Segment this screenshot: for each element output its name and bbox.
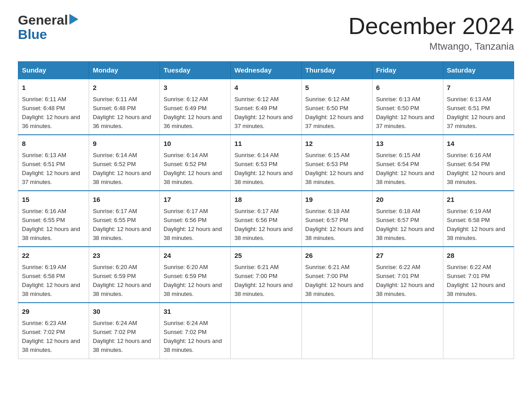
weekday-header-row: SundayMondayTuesdayWednesdayThursdayFrid… bbox=[18, 62, 514, 79]
day-info: Sunrise: 6:24 AMSunset: 7:02 PMDaylight:… bbox=[93, 320, 151, 353]
calendar-table: SundayMondayTuesdayWednesdayThursdayFrid… bbox=[18, 61, 514, 359]
weekday-header-tuesday: Tuesday bbox=[160, 62, 231, 79]
day-number: 19 bbox=[305, 195, 369, 205]
calendar-cell: 14 Sunrise: 6:16 AMSunset: 6:54 PMDaylig… bbox=[443, 135, 514, 191]
calendar-cell: 18 Sunrise: 6:17 AMSunset: 6:56 PMDaylig… bbox=[231, 191, 301, 247]
calendar-cell: 9 Sunrise: 6:14 AMSunset: 6:52 PMDayligh… bbox=[89, 135, 160, 191]
page-title: December 2024 bbox=[348, 13, 514, 39]
day-number: 10 bbox=[163, 139, 227, 149]
day-info: Sunrise: 6:20 AMSunset: 6:59 PMDaylight:… bbox=[93, 264, 151, 297]
day-number: 5 bbox=[305, 83, 369, 93]
calendar-week-1: 1 Sunrise: 6:11 AMSunset: 6:48 PMDayligh… bbox=[18, 79, 514, 135]
weekday-header-monday: Monday bbox=[89, 62, 160, 79]
calendar-cell: 31 Sunrise: 6:24 AMSunset: 7:02 PMDaylig… bbox=[160, 303, 231, 359]
calendar-cell: 25 Sunrise: 6:21 AMSunset: 7:00 PMDaylig… bbox=[231, 247, 301, 303]
calendar-week-3: 15 Sunrise: 6:16 AMSunset: 6:55 PMDaylig… bbox=[18, 191, 514, 247]
calendar-cell: 27 Sunrise: 6:22 AMSunset: 7:01 PMDaylig… bbox=[372, 247, 443, 303]
subtitle: Mtwango, Tanzania bbox=[348, 41, 514, 52]
logo: General Blue bbox=[18, 13, 78, 41]
day-info: Sunrise: 6:18 AMSunset: 6:57 PMDaylight:… bbox=[376, 208, 434, 241]
day-info: Sunrise: 6:14 AMSunset: 6:52 PMDaylight:… bbox=[93, 152, 151, 185]
calendar-cell: 19 Sunrise: 6:18 AMSunset: 6:57 PMDaylig… bbox=[301, 191, 372, 247]
day-number: 18 bbox=[234, 195, 297, 205]
calendar-cell: 5 Sunrise: 6:12 AMSunset: 6:50 PMDayligh… bbox=[301, 79, 372, 135]
calendar-cell: 11 Sunrise: 6:14 AMSunset: 6:53 PMDaylig… bbox=[231, 135, 301, 191]
weekday-header-sunday: Sunday bbox=[18, 62, 89, 79]
day-info: Sunrise: 6:14 AMSunset: 6:52 PMDaylight:… bbox=[163, 152, 222, 185]
calendar-cell: 20 Sunrise: 6:18 AMSunset: 6:57 PMDaylig… bbox=[372, 191, 443, 247]
day-info: Sunrise: 6:17 AMSunset: 6:56 PMDaylight:… bbox=[163, 208, 222, 241]
day-info: Sunrise: 6:16 AMSunset: 6:55 PMDaylight:… bbox=[22, 208, 80, 241]
day-number: 1 bbox=[22, 83, 85, 93]
day-number: 2 bbox=[93, 83, 156, 93]
day-number: 28 bbox=[447, 251, 510, 261]
logo-arrow-icon bbox=[69, 14, 78, 25]
day-number: 13 bbox=[376, 139, 439, 149]
day-number: 11 bbox=[234, 139, 297, 149]
calendar-cell: 6 Sunrise: 6:13 AMSunset: 6:50 PMDayligh… bbox=[372, 79, 443, 135]
weekday-header-friday: Friday bbox=[372, 62, 443, 79]
day-info: Sunrise: 6:11 AMSunset: 6:48 PMDaylight:… bbox=[93, 96, 151, 129]
day-info: Sunrise: 6:18 AMSunset: 6:57 PMDaylight:… bbox=[305, 208, 364, 241]
day-info: Sunrise: 6:24 AMSunset: 7:02 PMDaylight:… bbox=[163, 320, 222, 353]
day-info: Sunrise: 6:23 AMSunset: 7:02 PMDaylight:… bbox=[22, 320, 80, 353]
day-number: 29 bbox=[22, 307, 85, 317]
weekday-header-wednesday: Wednesday bbox=[231, 62, 301, 79]
day-info: Sunrise: 6:17 AMSunset: 6:56 PMDaylight:… bbox=[234, 208, 292, 241]
day-info: Sunrise: 6:12 AMSunset: 6:50 PMDaylight:… bbox=[305, 96, 364, 129]
calendar-week-2: 8 Sunrise: 6:13 AMSunset: 6:51 PMDayligh… bbox=[18, 135, 514, 191]
day-number: 21 bbox=[447, 195, 510, 205]
calendar-cell bbox=[443, 303, 514, 359]
calendar-cell: 21 Sunrise: 6:19 AMSunset: 6:58 PMDaylig… bbox=[443, 191, 514, 247]
day-info: Sunrise: 6:11 AMSunset: 6:48 PMDaylight:… bbox=[22, 96, 80, 129]
day-number: 7 bbox=[447, 83, 510, 93]
day-number: 14 bbox=[447, 139, 510, 149]
day-number: 6 bbox=[376, 83, 439, 93]
calendar-cell bbox=[301, 303, 372, 359]
day-number: 26 bbox=[305, 251, 369, 261]
calendar-cell: 8 Sunrise: 6:13 AMSunset: 6:51 PMDayligh… bbox=[18, 135, 89, 191]
day-info: Sunrise: 6:22 AMSunset: 7:01 PMDaylight:… bbox=[376, 264, 434, 297]
calendar-cell: 3 Sunrise: 6:12 AMSunset: 6:49 PMDayligh… bbox=[160, 79, 231, 135]
day-info: Sunrise: 6:20 AMSunset: 6:59 PMDaylight:… bbox=[163, 264, 222, 297]
calendar-cell: 17 Sunrise: 6:17 AMSunset: 6:56 PMDaylig… bbox=[160, 191, 231, 247]
day-info: Sunrise: 6:13 AMSunset: 6:51 PMDaylight:… bbox=[447, 96, 505, 129]
calendar-cell: 28 Sunrise: 6:22 AMSunset: 7:01 PMDaylig… bbox=[443, 247, 514, 303]
day-number: 23 bbox=[93, 251, 156, 261]
day-number: 31 bbox=[163, 307, 227, 317]
calendar-cell: 16 Sunrise: 6:17 AMSunset: 6:55 PMDaylig… bbox=[89, 191, 160, 247]
day-info: Sunrise: 6:12 AMSunset: 6:49 PMDaylight:… bbox=[234, 96, 292, 129]
day-number: 30 bbox=[93, 307, 156, 317]
weekday-header-thursday: Thursday bbox=[301, 62, 372, 79]
calendar-cell: 13 Sunrise: 6:15 AMSunset: 6:54 PMDaylig… bbox=[372, 135, 443, 191]
day-info: Sunrise: 6:19 AMSunset: 6:58 PMDaylight:… bbox=[22, 264, 80, 297]
calendar-cell: 1 Sunrise: 6:11 AMSunset: 6:48 PMDayligh… bbox=[18, 79, 89, 135]
day-number: 20 bbox=[376, 195, 439, 205]
day-info: Sunrise: 6:14 AMSunset: 6:53 PMDaylight:… bbox=[234, 152, 292, 185]
day-info: Sunrise: 6:15 AMSunset: 6:53 PMDaylight:… bbox=[305, 152, 364, 185]
logo-blue-text: Blue bbox=[18, 28, 47, 41]
page-header: General Blue December 2024 Mtwango, Tanz… bbox=[18, 13, 514, 52]
day-info: Sunrise: 6:13 AMSunset: 6:51 PMDaylight:… bbox=[22, 152, 80, 185]
calendar-cell: 7 Sunrise: 6:13 AMSunset: 6:51 PMDayligh… bbox=[443, 79, 514, 135]
day-number: 16 bbox=[93, 195, 156, 205]
calendar-cell: 30 Sunrise: 6:24 AMSunset: 7:02 PMDaylig… bbox=[89, 303, 160, 359]
day-number: 8 bbox=[22, 139, 85, 149]
svg-marker-0 bbox=[69, 14, 78, 25]
calendar-cell: 24 Sunrise: 6:20 AMSunset: 6:59 PMDaylig… bbox=[160, 247, 231, 303]
day-number: 12 bbox=[305, 139, 369, 149]
calendar-cell bbox=[231, 303, 301, 359]
calendar-cell: 2 Sunrise: 6:11 AMSunset: 6:48 PMDayligh… bbox=[89, 79, 160, 135]
calendar-cell: 10 Sunrise: 6:14 AMSunset: 6:52 PMDaylig… bbox=[160, 135, 231, 191]
day-number: 24 bbox=[163, 251, 227, 261]
day-number: 4 bbox=[234, 83, 297, 93]
calendar-cell bbox=[372, 303, 443, 359]
calendar-cell: 4 Sunrise: 6:12 AMSunset: 6:49 PMDayligh… bbox=[231, 79, 301, 135]
day-number: 22 bbox=[22, 251, 85, 261]
day-info: Sunrise: 6:21 AMSunset: 7:00 PMDaylight:… bbox=[234, 264, 292, 297]
day-info: Sunrise: 6:12 AMSunset: 6:49 PMDaylight:… bbox=[163, 96, 222, 129]
day-number: 27 bbox=[376, 251, 439, 261]
day-info: Sunrise: 6:21 AMSunset: 7:00 PMDaylight:… bbox=[305, 264, 364, 297]
calendar-cell: 12 Sunrise: 6:15 AMSunset: 6:53 PMDaylig… bbox=[301, 135, 372, 191]
calendar-cell: 22 Sunrise: 6:19 AMSunset: 6:58 PMDaylig… bbox=[18, 247, 89, 303]
